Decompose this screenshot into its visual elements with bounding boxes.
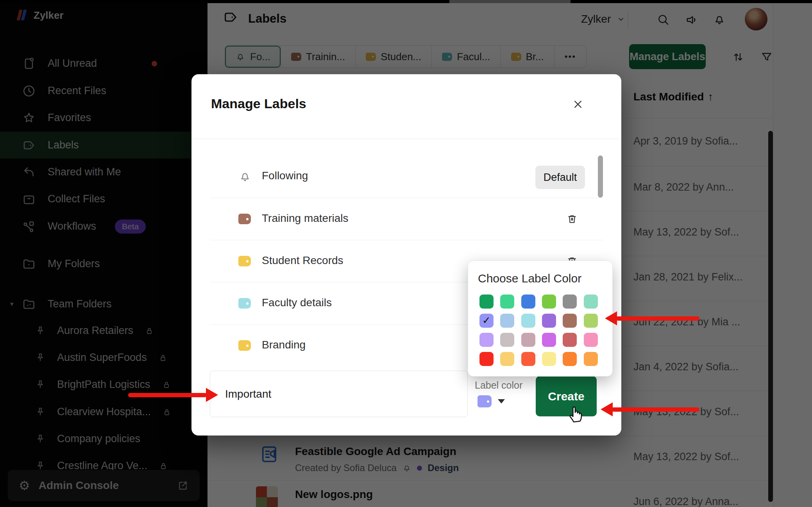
color-swatch[interactable] (563, 295, 577, 309)
color-swatch[interactable] (500, 314, 514, 328)
popup-title: Choose Label Color (478, 272, 581, 285)
tag-color-icon (238, 214, 251, 224)
modal-row-separator (210, 240, 604, 240)
label-color-select[interactable] (478, 395, 505, 407)
new-label-input[interactable]: Important (210, 371, 468, 417)
modal-title: Manage Labels (211, 96, 306, 111)
modal-scrollbar[interactable] (598, 155, 603, 198)
color-swatch[interactable] (584, 333, 598, 347)
color-swatch[interactable] (584, 314, 598, 328)
modal-label-name: Following (262, 170, 308, 182)
color-swatch[interactable] (479, 333, 494, 347)
label-color-caption: Label color (475, 380, 522, 391)
color-swatch[interactable] (584, 295, 598, 309)
modal-label-name: Branding (262, 339, 306, 351)
bell-icon (238, 170, 252, 183)
color-swatch[interactable] (500, 295, 514, 309)
tag-color-icon (238, 340, 251, 351)
manage-labels-modal: Manage Labels FollowingDefaultTraining m… (191, 74, 621, 436)
color-swatch[interactable] (563, 314, 577, 328)
color-swatch[interactable] (521, 295, 535, 309)
trash-icon[interactable] (566, 213, 578, 225)
color-swatch[interactable] (500, 333, 514, 347)
hand-cursor (565, 402, 587, 424)
color-swatch[interactable] (521, 333, 535, 347)
modal-label-name: Training materials (262, 212, 348, 225)
color-swatch[interactable]: ✓ (479, 314, 494, 328)
choose-label-color-popup: Choose Label Color ✓ (468, 261, 613, 377)
color-swatch[interactable] (542, 352, 556, 366)
color-swatch[interactable] (542, 314, 556, 328)
color-swatch[interactable] (584, 352, 598, 366)
close-icon[interactable] (571, 98, 585, 111)
selected-color-tag-icon (478, 395, 492, 407)
caret-down-icon (498, 399, 505, 403)
color-swatch[interactable] (500, 352, 514, 366)
color-swatch[interactable] (479, 295, 494, 309)
default-badge: Default (535, 166, 585, 189)
modal-label-name: Student Records (262, 254, 343, 267)
color-swatch[interactable] (542, 295, 556, 309)
modal-divider (191, 139, 621, 139)
tag-color-icon (238, 256, 251, 266)
new-label-value: Important (225, 388, 271, 400)
tag-color-icon (238, 298, 251, 309)
color-swatch[interactable] (521, 352, 535, 366)
color-swatch[interactable] (521, 314, 535, 328)
color-swatch[interactable] (542, 333, 556, 347)
modal-row-separator (210, 198, 604, 198)
modal-label-name: Faculty details (262, 296, 332, 309)
app-root: Labels Zylker Fo...Trainin...Studen...Fa… (0, 0, 812, 507)
color-swatch[interactable] (479, 352, 494, 366)
color-swatch[interactable] (563, 352, 577, 366)
color-swatch[interactable] (563, 333, 577, 347)
